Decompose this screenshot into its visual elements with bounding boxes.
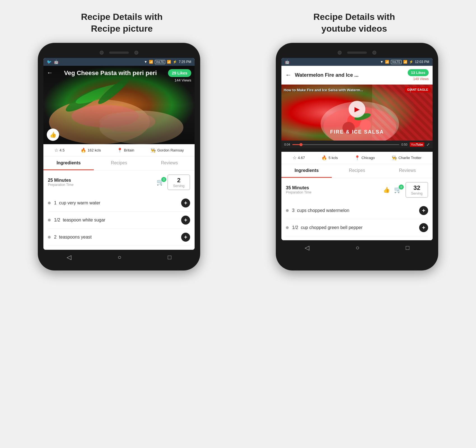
time-2: 12:03 PM — [415, 60, 429, 64]
origin-item-2: 📍 Chicago — [354, 155, 375, 160]
status-left-2: 🤖 — [285, 60, 290, 64]
time-current-2: 0:04 — [284, 143, 290, 146]
video-title-header-2: Watermelon Fire and Ice ... — [295, 72, 404, 78]
tab-reviews-2[interactable]: Reviews — [382, 164, 433, 178]
hero-top-1: ← Veg Cheese Pasta with peri peri 29 Lik… — [47, 69, 191, 82]
back-arrow-2[interactable]: ← — [285, 71, 291, 79]
cart-icon-1[interactable]: 🛒 0 — [157, 179, 164, 186]
serving-number-2: 32 — [411, 184, 423, 192]
wifi-icon-2: 📶 — [385, 60, 389, 64]
cart-icon-2[interactable]: 🛒 0 — [394, 186, 402, 193]
video-header-2: ← Watermelon Fire and Ice ... 13 Likes 1… — [281, 66, 433, 85]
tab-ingredients-2[interactable]: Ingredients — [281, 164, 332, 178]
battery-icon-1: ⚡ — [173, 60, 177, 64]
location-icon-2: 📍 — [354, 155, 360, 160]
phone-top-bar-1 — [43, 48, 195, 58]
star-icon-1: ☆ — [54, 148, 58, 153]
ingredient-row-1-2: 2 teaspoons yeast + — [48, 229, 190, 246]
add-ingredient-btn-1-2[interactable]: + — [181, 233, 190, 242]
status-left-1: 🐦 🤖 — [47, 60, 59, 64]
phone-screen-2: 🤖 ▼ 📶 VoLTE 📶 ⚡ 12:03 PM ← Watermelon Fi… — [281, 58, 433, 240]
ingredient-row-2-1: 1/2 cup chopped green bell pepper + — [286, 219, 428, 236]
ingredient-dot-1-0 — [48, 202, 51, 204]
likes-badge-1[interactable]: 29 Likes — [168, 69, 191, 77]
phone-bottom-nav-1: ◁ ○ □ — [43, 250, 195, 265]
tab-ingredients-1[interactable]: Ingredients — [43, 157, 94, 170]
views-text-1: 144 Views — [168, 78, 191, 82]
prep-time-2: 35 Minutes — [286, 185, 311, 190]
volte-badge-1: VoLTE — [155, 60, 165, 64]
phone-camera-3 — [338, 51, 342, 55]
ingredient-dot-2-0 — [286, 209, 289, 212]
fullscreen-icon-2[interactable]: ⤢ — [426, 142, 430, 147]
twitter-icon: 🐦 — [47, 60, 52, 64]
android-icon: 🤖 — [54, 60, 59, 64]
flame-icon-1: 🔥 — [81, 148, 86, 153]
back-arrow-1[interactable]: ← — [47, 69, 53, 76]
nav-back-1[interactable]: ◁ — [67, 254, 71, 261]
add-ingredient-btn-2-1[interactable]: + — [419, 223, 428, 232]
chef-item-2: 👨‍🍳 Charlie Trotter — [391, 155, 421, 160]
rating-item-2: ☆ 4.67 — [293, 155, 305, 160]
time-total-2: 0:50 — [402, 143, 407, 146]
progress-bar-2[interactable] — [292, 144, 399, 145]
serving-box-1: 2 Serving — [167, 174, 190, 190]
wifi-icon-1: 📶 — [149, 60, 153, 64]
tab-recipes-2[interactable]: Recipes — [332, 164, 382, 178]
ingredient-left-2-1: 1/2 cup chopped green bell pepper — [286, 225, 363, 230]
tab-reviews-1[interactable]: Reviews — [144, 157, 195, 170]
ingredient-left-1-0: 1 cup very warm water — [48, 200, 100, 206]
tabs-1: Ingredients Recipes Reviews — [43, 157, 195, 171]
thumb-icon-2[interactable]: 👍 — [383, 186, 390, 193]
more-icon-2[interactable]: ⋮ — [408, 87, 413, 93]
ingredient-dot-1-2 — [48, 236, 51, 239]
rating-value-2: 4.67 — [298, 156, 305, 160]
ingredients-section-1: 25 Minutes Preparation Time 🛒 0 2 Servin… — [43, 171, 195, 250]
nav-recent-1[interactable]: □ — [168, 254, 171, 261]
like-button-1[interactable]: 👍 — [47, 129, 59, 141]
prep-label-2: Preparation Time — [286, 190, 311, 194]
nav-back-2[interactable]: ◁ — [305, 244, 309, 251]
phone-camera-1 — [100, 51, 104, 55]
nav-home-1[interactable]: ○ — [118, 254, 121, 261]
phones-container: 🐦 🤖 ▼ 📶 VoLTE 📶 ⚡ 7:25 PM — [6, 43, 470, 270]
recipe-meta-1: ☆ 4.5 🔥 162 kcls 📍 Britain 👨‍🍳 Gordon Ra… — [43, 144, 195, 157]
android-icon-2: 🤖 — [285, 60, 290, 64]
prep-label-1: Preparation Time — [48, 183, 73, 187]
location-icon-1: 📍 — [117, 148, 123, 153]
calories-item-1: 🔥 162 kcls — [81, 148, 101, 153]
add-ingredient-btn-1-0[interactable]: + — [181, 199, 190, 207]
header-left: Recipe Details with Recipe picture — [17, 11, 227, 34]
phone-1: 🐦 🤖 ▼ 📶 VoLTE 📶 ⚡ 7:25 PM — [38, 43, 200, 270]
ingredient-text-1-0: 1 cup very warm water — [54, 200, 100, 206]
video-likes-col-2: 13 Likes 149 Views — [408, 69, 429, 81]
video-likes-badge-2[interactable]: 13 Likes — [408, 69, 429, 76]
video-overlay-text-2: FIRE & ICE SALSA — [330, 129, 384, 135]
status-right-2: ▼ 📶 VoLTE 📶 ⚡ 12:03 PM — [380, 60, 429, 64]
ingredient-dot-2-1 — [286, 226, 289, 229]
chef-item-1: 👨‍🍳 Gordon Ramsay — [150, 148, 184, 153]
tab-recipes-1[interactable]: Recipes — [94, 157, 144, 170]
calories-item-2: 🔥 5 kcls — [321, 155, 338, 160]
prep-row-2: 35 Minutes Preparation Time 👍 🛒 0 32 Ser… — [286, 182, 428, 198]
calories-value-1: 162 kcls — [88, 148, 101, 152]
rating-value-1: 4.5 — [60, 148, 65, 152]
nav-home-2[interactable]: ○ — [356, 244, 359, 251]
add-ingredient-btn-1-1[interactable]: + — [181, 216, 190, 225]
add-ingredient-btn-2-0[interactable]: + — [419, 206, 428, 215]
video-player-2[interactable]: ▶ FIRE & ICE SALSA GIANT EAGLE How to Ma… — [281, 85, 433, 152]
status-bar-2: 🤖 ▼ 📶 VoLTE 📶 ⚡ 12:03 PM — [281, 58, 433, 66]
signal-bars-1: 📶 — [167, 60, 171, 64]
play-button-2[interactable]: ▶ — [349, 101, 365, 118]
phone-top-bar-2 — [281, 48, 433, 58]
nav-recent-2[interactable]: □ — [406, 244, 409, 251]
chef-value-1: Gordon Ramsay — [157, 148, 184, 152]
ingredient-text-1-1: 1/2 teaspoon white sugar — [54, 218, 105, 223]
video-title-overlay-2: How to Make Fire and Ice Salsa with Wate… — [284, 88, 363, 92]
signal-bars-2: 📶 — [403, 60, 407, 64]
ingredient-row-1-1: 1/2 teaspoon white sugar + — [48, 212, 190, 229]
serving-box-2: 32 Serving — [405, 182, 428, 198]
fire-ice-label-2: FIRE & ICE SALSA — [330, 129, 384, 135]
origin-value-2: Chicago — [361, 156, 375, 160]
phone-2: 🤖 ▼ 📶 VoLTE 📶 ⚡ 12:03 PM ← Watermelon Fi… — [276, 43, 438, 270]
